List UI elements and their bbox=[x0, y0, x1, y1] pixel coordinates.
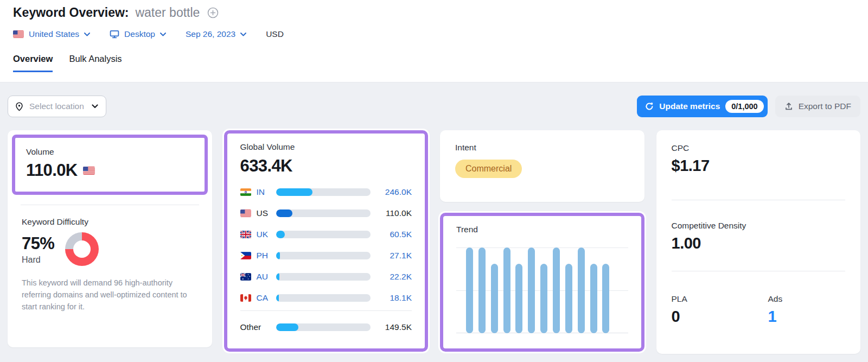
competitive-density-label: Competitive Density bbox=[672, 221, 846, 231]
other-volume-bar bbox=[276, 323, 371, 331]
trend-bar bbox=[553, 247, 560, 333]
quota-badge: 0/1,000 bbox=[725, 100, 763, 113]
global-volume-card: Global Volume 633.4K IN246.0KUS110.0KUK6… bbox=[224, 130, 429, 352]
country-filter-dropdown[interactable]: United States bbox=[13, 29, 90, 39]
ca-flag-icon bbox=[240, 294, 251, 302]
cpc-label: CPC bbox=[672, 143, 846, 153]
country-volume-row: US110.0K bbox=[240, 208, 412, 218]
trend-bar bbox=[466, 247, 473, 333]
country-volume-row: IN246.0K bbox=[240, 187, 412, 197]
trend-bar bbox=[515, 264, 522, 333]
keyword-difficulty-section: Keyword Difficulty 75% Hard This keyword… bbox=[12, 217, 208, 313]
country-code-ca[interactable]: CA bbox=[257, 293, 271, 303]
volume-kd-card: Volume 110.0K Keyword Difficulty 75% Har… bbox=[8, 130, 212, 347]
metrics-grid: Volume 110.0K Keyword Difficulty 75% Har… bbox=[8, 130, 860, 354]
trend-bar bbox=[565, 264, 572, 333]
kd-description: This keyword will demand 96 high-authori… bbox=[22, 277, 198, 313]
in-flag-icon bbox=[240, 188, 251, 196]
competitive-density-value: 1.00 bbox=[672, 234, 846, 252]
global-volume-value: 633.4K bbox=[240, 156, 412, 176]
chevron-down-icon bbox=[240, 33, 246, 36]
country-code-us: US bbox=[257, 208, 271, 218]
intent-trend-column: Intent Commercial Trend bbox=[440, 130, 644, 352]
us-flag-icon bbox=[83, 167, 95, 175]
cpc-value: $1.17 bbox=[672, 157, 846, 175]
country-volume-value[interactable]: 246.0K bbox=[376, 187, 412, 197]
country-volume-value[interactable]: 27.1K bbox=[376, 251, 412, 261]
volume-value: 110.0K bbox=[26, 161, 78, 180]
kd-donut-chart bbox=[65, 232, 99, 266]
trend-bar bbox=[478, 247, 486, 333]
location-pin-icon bbox=[15, 102, 24, 111]
country-volume-value[interactable]: 18.1K bbox=[376, 293, 412, 303]
volume-highlight-box: Volume 110.0K bbox=[12, 135, 208, 195]
trend-bar bbox=[540, 264, 547, 333]
country-code-au[interactable]: AU bbox=[257, 272, 271, 282]
other-label: Other bbox=[240, 322, 271, 332]
tab-bulk-analysis[interactable]: Bulk Analysis bbox=[69, 54, 122, 72]
update-metrics-label: Update metrics bbox=[659, 101, 720, 111]
toolbar: Select location Update metrics 0/1,000 E… bbox=[8, 96, 860, 117]
toolbar-right: Update metrics 0/1,000 Export to PDF bbox=[637, 96, 860, 117]
trend-bars bbox=[466, 247, 610, 333]
country-filter-label: United States bbox=[29, 29, 79, 39]
other-volume-row: Other 149.5K bbox=[240, 322, 412, 332]
other-volume-value: 149.5K bbox=[376, 322, 412, 332]
tab-overview[interactable]: Overview bbox=[13, 54, 53, 72]
divider bbox=[240, 310, 412, 311]
uk-flag-icon bbox=[240, 231, 251, 238]
date-filter-dropdown[interactable]: Sep 26, 2023 bbox=[186, 29, 246, 39]
trend-bar bbox=[602, 264, 609, 333]
country-volume-bar bbox=[276, 209, 371, 217]
country-code-ph[interactable]: PH bbox=[257, 251, 271, 261]
country-volume-value[interactable]: 60.5K bbox=[376, 230, 412, 239]
device-filter-label: Desktop bbox=[124, 29, 155, 39]
chevron-down-icon bbox=[84, 33, 90, 36]
divider bbox=[672, 271, 846, 271]
divider bbox=[21, 205, 199, 205]
divider bbox=[672, 200, 846, 200]
pla-value: 0 bbox=[672, 308, 768, 326]
country-volume-row: UK60.5K bbox=[240, 230, 412, 239]
pla-label: PLA bbox=[672, 294, 768, 304]
cpc-card: CPC $1.17 Competitive Density 1.00 PLA 0… bbox=[656, 130, 861, 354]
country-volume-bar bbox=[276, 231, 371, 238]
device-filter-dropdown[interactable]: Desktop bbox=[110, 29, 166, 39]
trend-bar bbox=[528, 247, 535, 333]
header: Keyword Overview: water bottle United St… bbox=[0, 0, 868, 82]
country-volume-value[interactable]: 22.2K bbox=[376, 272, 412, 282]
ads-value: 1 bbox=[768, 308, 783, 326]
country-code-uk[interactable]: UK bbox=[257, 230, 271, 239]
currency-label: USD bbox=[266, 29, 284, 39]
refresh-icon bbox=[645, 102, 654, 111]
export-pdf-label: Export to PDF bbox=[799, 101, 851, 111]
export-pdf-button[interactable]: Export to PDF bbox=[775, 96, 860, 117]
country-code-in[interactable]: IN bbox=[257, 187, 271, 197]
tabs: Overview Bulk Analysis bbox=[13, 54, 855, 72]
content: Select location Update metrics 0/1,000 E… bbox=[0, 82, 868, 354]
title-row: Keyword Overview: water bottle bbox=[13, 5, 855, 20]
desktop-icon bbox=[110, 30, 119, 39]
us-flag-icon bbox=[240, 209, 251, 217]
trend-bar bbox=[503, 247, 510, 333]
country-volume-list: IN246.0KUS110.0KUK60.5KPH27.1KAU22.2KCA1… bbox=[240, 187, 412, 303]
keyword-text: water bottle bbox=[135, 5, 200, 20]
keyword-overview-page: Keyword Overview: water bottle United St… bbox=[0, 0, 868, 362]
trend-chart bbox=[456, 247, 628, 333]
country-volume-row: CA18.1K bbox=[240, 293, 412, 303]
intent-label: Intent bbox=[455, 143, 629, 153]
select-location-button[interactable]: Select location bbox=[8, 96, 106, 117]
add-keyword-icon[interactable] bbox=[207, 7, 219, 18]
chevron-down-icon bbox=[160, 33, 166, 36]
chevron-down-icon bbox=[92, 104, 98, 109]
au-flag-icon bbox=[240, 273, 251, 281]
trend-bar bbox=[590, 264, 597, 333]
volume-label: Volume bbox=[26, 147, 194, 157]
country-volume-bar bbox=[276, 273, 371, 281]
intent-card: Intent Commercial bbox=[440, 130, 644, 202]
trend-bar bbox=[491, 264, 498, 333]
update-metrics-button[interactable]: Update metrics 0/1,000 bbox=[637, 96, 767, 117]
country-volume-bar bbox=[276, 188, 371, 196]
trend-card: Trend bbox=[440, 213, 644, 352]
ads-label: Ads bbox=[768, 294, 783, 304]
